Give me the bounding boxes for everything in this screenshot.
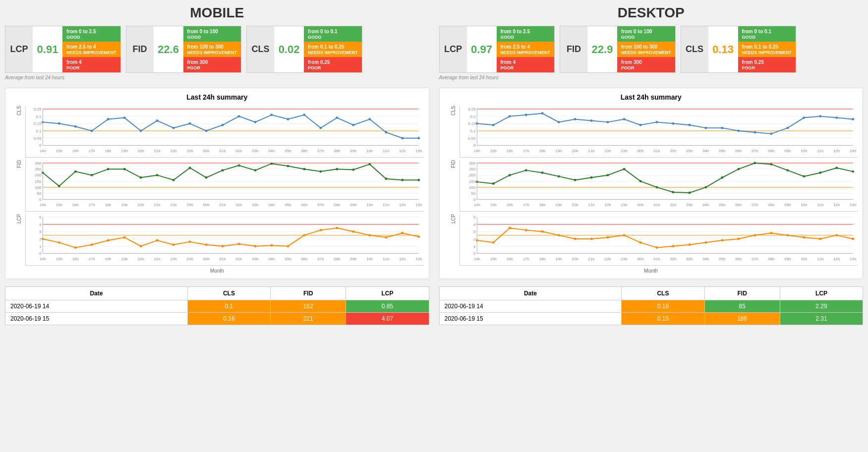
svg-text:5: 5 [39,215,42,220]
svg-point-16 [74,125,77,128]
svg-text:13h: 13h [415,257,422,261]
svg-point-91 [222,169,224,171]
svg-text:15h: 15h [56,257,62,261]
svg-point-215 [590,119,592,122]
svg-point-221 [688,124,691,126]
svg-point-20 [140,130,142,132]
svg-point-278 [541,171,543,174]
svg-point-220 [672,122,674,125]
svg-text:12h: 12h [833,203,840,207]
svg-text:12h: 12h [399,149,405,153]
table-lcp-0-1: 4.07 [346,313,429,325]
svg-text:22h: 22h [171,203,177,207]
range-label-1-2-1: from 0.1 to 0.25 [742,44,792,50]
svg-text:04h: 04h [268,203,275,207]
svg-text:15h: 15h [490,203,496,207]
svg-point-29 [287,118,289,120]
svg-point-81 [58,185,60,187]
metric-value-0-0: 0.91 [37,43,58,56]
svg-text:300: 300 [35,161,42,166]
svg-point-15 [58,122,60,125]
svg-text:04h: 04h [268,257,275,261]
svg-text:22h: 22h [171,149,177,153]
metric-label-text-0-1: FID [133,44,147,55]
svg-text:0.25: 0.25 [468,107,476,112]
svg-text:14h: 14h [40,203,46,207]
svg-point-210 [508,115,511,117]
svg-point-287 [688,191,691,194]
svg-point-230 [835,116,838,119]
table-lcp-1-0: 2.29 [780,300,863,313]
svg-point-209 [492,124,494,126]
svg-text:23h: 23h [187,257,193,261]
svg-point-22 [173,127,175,129]
table-row: 2020-06-19 140.11620.85 [5,300,429,313]
svg-text:0.2: 0.2 [36,114,41,119]
range-rating-0-0-1: NEEDS IMPROVEMENT [66,50,116,55]
svg-point-339 [492,241,494,244]
svg-point-341 [524,229,527,231]
svg-point-27 [254,121,257,123]
svg-point-99 [352,169,354,171]
svg-text:12h: 12h [399,257,405,261]
metric-range-0-0-1: from 2.5 to 4NEEDS IMPROVEMENT [62,42,120,57]
svg-text:03h: 03h [686,257,693,261]
svg-text:22h: 22h [604,203,611,207]
svg-text:16h: 16h [72,149,79,153]
svg-text:10h: 10h [801,149,807,153]
y-label-1-1: FID [445,160,460,212]
metric-range-0-2-0: from 0 to 0.1GOOD [304,26,362,42]
svg-text:10h: 10h [366,149,373,153]
metric-value-col-0-2: 0.02 [274,26,304,72]
range-rating-0-1-2: POOR [187,65,237,70]
svg-point-226 [770,132,772,135]
svg-point-157 [254,245,257,247]
svg-point-159 [287,245,289,247]
avg-note-0: Average from last 24 hours [5,75,429,80]
svg-point-145 [58,241,60,244]
range-label-1-1-2: from 300 [621,59,671,65]
svg-point-154 [205,243,208,246]
svg-point-352 [704,241,707,244]
svg-point-32 [336,116,338,119]
svg-point-82 [74,170,77,173]
svg-text:0.25: 0.25 [34,107,42,112]
svg-point-354 [737,238,740,240]
svg-text:21h: 21h [588,149,594,153]
svg-point-285 [655,186,658,188]
svg-point-85 [123,168,126,170]
svg-text:21h: 21h [154,203,161,207]
svg-point-25 [222,124,224,126]
svg-point-19 [123,116,126,119]
svg-text:07h: 07h [317,257,324,261]
metric-value-col-1-1: 22.9 [587,26,617,72]
metric-card-1-0: LCP0.97from 0 to 2.5GOODfrom 2.5 to 4NEE… [439,26,555,73]
svg-text:4: 4 [39,223,42,227]
svg-text:18h: 18h [105,257,112,261]
table-row: 2020-06-19 140.16852.29 [439,300,863,313]
svg-point-30 [303,113,305,116]
svg-point-276 [508,174,511,176]
svg-text:5: 5 [473,215,475,220]
svg-text:0: 0 [473,143,475,148]
range-rating-0-2-0: GOOD [308,35,358,40]
svg-text:15h: 15h [56,149,62,153]
svg-text:15h: 15h [490,257,496,261]
svg-point-286 [672,191,674,193]
svg-text:150: 150 [35,179,42,184]
metric-value-0-1: 22.6 [158,43,179,56]
svg-text:17h: 17h [522,203,529,207]
svg-point-293 [786,169,789,171]
metric-ranges-0-2: from 0 to 0.1GOODfrom 0.1 to 0.25NEEDS I… [304,26,362,72]
svg-text:09h: 09h [350,257,356,261]
svg-point-228 [803,116,805,119]
svg-point-37 [417,137,420,139]
svg-point-34 [368,118,371,120]
metric-card-1-2: CLS0.13from 0 to 0.1GOODfrom 0.1 to 0.25… [681,26,797,73]
svg-point-89 [189,167,191,169]
svg-point-165 [385,236,387,239]
svg-text:18h: 18h [105,203,112,207]
metric-range-1-0-2: from 4POOR [497,57,555,72]
svg-point-17 [91,130,93,132]
svg-text:02h: 02h [670,149,676,153]
